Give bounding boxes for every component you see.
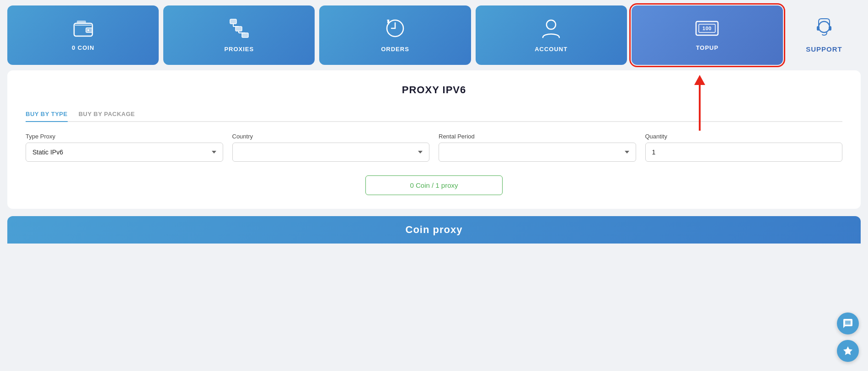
- navigation-bar: 0 COIN PROXIES ORDERS: [0, 0, 868, 70]
- main-content: PROXY IPV6 BUY BY TYPE BUY BY PACKAGE Ty…: [7, 70, 861, 209]
- account-icon: [542, 18, 560, 41]
- svg-rect-3: [77, 21, 86, 23]
- arrow-head: [694, 75, 705, 85]
- nav-item-proxies[interactable]: PROXIES: [163, 5, 315, 65]
- arrow-shaft: [699, 85, 701, 131]
- svg-rect-6: [242, 33, 248, 37]
- type-proxy-label: Type Proxy: [26, 133, 223, 140]
- tab-bar: BUY BY TYPE BUY BY PACKAGE: [26, 107, 842, 122]
- nav-item-orders[interactable]: ORDERS: [319, 5, 471, 65]
- proxies-icon: [229, 18, 249, 41]
- nav-item-coin[interactable]: 0 COIN: [7, 5, 159, 65]
- nav-coin-label: 0 COIN: [72, 44, 94, 51]
- footer-brand: Coin proxy: [406, 224, 463, 236]
- svg-rect-4: [230, 19, 236, 24]
- nav-account-label: ACCOUNT: [535, 46, 568, 53]
- country-select[interactable]: [232, 143, 430, 162]
- tab-buy-package[interactable]: BUY BY PACKAGE: [79, 107, 135, 122]
- nav-orders-label: ORDERS: [381, 46, 409, 53]
- nav-item-topup[interactable]: 100 TOPUP: [632, 5, 783, 65]
- topup-icon: 100: [695, 20, 719, 40]
- footer-bar: Coin proxy: [7, 216, 861, 244]
- type-proxy-group: Type Proxy Static IPv6: [26, 133, 223, 162]
- rental-period-select[interactable]: [439, 143, 636, 162]
- orders-icon: [385, 18, 405, 41]
- wallet-icon: [73, 20, 93, 40]
- rental-period-label: Rental Period: [439, 133, 636, 140]
- svg-rect-18: [829, 26, 831, 31]
- price-container: 0 Coin / 1 proxy: [26, 175, 842, 195]
- price-button[interactable]: 0 Coin / 1 proxy: [365, 175, 503, 195]
- form-row: Type Proxy Static IPv6 Country Rental Pe…: [26, 133, 842, 162]
- svg-point-2: [87, 29, 89, 31]
- country-label: Country: [232, 133, 430, 140]
- quantity-label: Quantity: [645, 133, 843, 140]
- tab-buy-type[interactable]: BUY BY TYPE: [26, 107, 68, 122]
- svg-point-16: [819, 21, 830, 32]
- quantity-input[interactable]: [645, 143, 843, 162]
- quantity-group: Quantity: [645, 133, 843, 162]
- country-group: Country: [232, 133, 430, 162]
- svg-text:100: 100: [702, 26, 712, 31]
- nav-support-label: Support: [806, 45, 842, 53]
- nav-item-support[interactable]: Support: [788, 5, 861, 65]
- svg-rect-5: [236, 26, 242, 31]
- nav-proxies-label: PROXIES: [224, 46, 254, 53]
- nav-topup-label: TOPUP: [696, 44, 719, 51]
- support-icon: [814, 18, 834, 41]
- type-proxy-select[interactable]: Static IPv6: [26, 143, 223, 162]
- arrow-annotation: [694, 75, 705, 131]
- chat-fab-button[interactable]: [837, 313, 859, 334]
- star-fab-button[interactable]: [837, 340, 859, 362]
- svg-point-12: [547, 20, 556, 29]
- page-title: PROXY IPV6: [26, 84, 842, 96]
- nav-item-account[interactable]: ACCOUNT: [476, 5, 627, 65]
- rental-period-group: Rental Period: [439, 133, 636, 162]
- svg-rect-17: [817, 26, 820, 31]
